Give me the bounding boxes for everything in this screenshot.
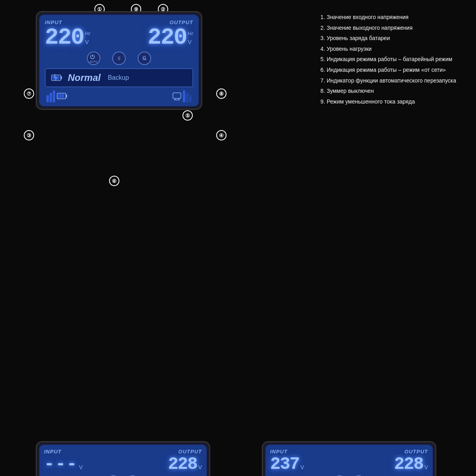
mains-input-label: INPUT bbox=[270, 449, 288, 455]
legend-item-1: 1. Значение входного напряжения bbox=[321, 12, 456, 23]
mains-output-value: 228 bbox=[394, 455, 423, 473]
load-bar-2 bbox=[186, 93, 188, 102]
load-level-group bbox=[173, 90, 192, 102]
indicator-row: + bbox=[45, 90, 193, 102]
anno-4: ④ bbox=[216, 130, 226, 140]
legend-item-9: 9. Режим уменьшенного тока заряда bbox=[321, 96, 456, 107]
status-bar: Normal Backup bbox=[45, 68, 193, 87]
input-value: 220 bbox=[45, 26, 84, 49]
input-digit-group: 220 Hz V bbox=[45, 26, 90, 49]
battery-output-value: 228 bbox=[168, 455, 197, 473]
output-value: 220 bbox=[148, 26, 186, 49]
anno-3: ③ bbox=[24, 130, 34, 140]
output-v: V bbox=[188, 39, 192, 45]
battery-output-label: OUTPUT bbox=[178, 449, 202, 455]
load-bar-1 bbox=[183, 90, 185, 102]
output-digit-group: 220 Hz V bbox=[148, 26, 193, 49]
svg-rect-11 bbox=[66, 94, 67, 98]
anno-7: ⑦ bbox=[24, 88, 34, 99]
mains-input-value: 237 bbox=[270, 455, 299, 473]
battery-output-v: V bbox=[198, 464, 202, 470]
mains-panel-wrapper: INPUT OUTPUT 237 V 228 V bbox=[262, 441, 440, 454]
battery-io-row: INPUT OUTPUT bbox=[44, 449, 202, 455]
battery-level-icon: + bbox=[57, 92, 68, 101]
legend-item-3: 3. Уровень заряда батареи bbox=[321, 33, 456, 44]
bell-svg bbox=[142, 56, 147, 61]
battery-panel: INPUT OUTPUT --- V 228 V bbox=[36, 441, 210, 476]
mains-output-label: OUTPUT bbox=[405, 449, 428, 455]
mains-panel: INPUT OUTPUT 237 V 228 V bbox=[262, 441, 436, 476]
anno-5: ⑤ bbox=[182, 110, 193, 121]
main-ups-panel: INPUT OUTPUT 220 Hz V 220 Hz V bbox=[36, 11, 202, 110]
legend-item-8: 8. Зуммер выключен bbox=[321, 86, 456, 96]
input-hz: Hz bbox=[85, 31, 90, 36]
output-hz: Hz bbox=[188, 31, 193, 36]
auto-icon: AUTO bbox=[87, 52, 100, 65]
battery-input-label: INPUT bbox=[44, 449, 61, 455]
mains-ups-inner: INPUT OUTPUT 237 V 228 V bbox=[265, 445, 433, 476]
main-ups-inner: INPUT OUTPUT 220 Hz V 220 Hz V bbox=[39, 15, 199, 106]
bell-icon bbox=[138, 52, 151, 65]
svg-line-2 bbox=[145, 56, 145, 56]
wave-bar-2 bbox=[50, 93, 52, 102]
legend-item-4: 4. Уровень нагрузки bbox=[321, 44, 456, 54]
mains-input-v: V bbox=[300, 464, 304, 470]
s-icon: S bbox=[112, 52, 126, 65]
svg-rect-5 bbox=[61, 76, 62, 79]
battery-status-icon bbox=[51, 74, 62, 82]
auto-label: AUTO bbox=[90, 60, 97, 63]
input-v: V bbox=[85, 39, 88, 45]
monitor-icon bbox=[173, 92, 181, 101]
svg-line-1 bbox=[144, 56, 144, 56]
battery-panel-wrapper: INPUT OUTPUT --- V 228 V bbox=[36, 441, 214, 454]
svg-text:+: + bbox=[58, 98, 59, 100]
battery-level-group: + bbox=[46, 90, 68, 102]
battery-output-group: 228 V bbox=[168, 455, 202, 473]
battery-digits-row: --- V 228 V bbox=[44, 455, 202, 473]
status-normal-text: Normal bbox=[68, 72, 101, 83]
anno-8: ⑧ bbox=[216, 88, 226, 99]
s-label: S bbox=[117, 56, 120, 61]
mains-io-row: INPUT OUTPUT bbox=[270, 449, 428, 455]
legend-item-7: 7. Индикатор функции автоматического пер… bbox=[321, 75, 456, 86]
battery-input-value: --- bbox=[44, 455, 78, 473]
legend-item-2: 2. Значение выходного напряжения bbox=[321, 23, 456, 33]
anno-6: ⑥ bbox=[109, 176, 119, 186]
wave-bar-3 bbox=[53, 90, 55, 102]
mains-output-v: V bbox=[424, 464, 428, 470]
legend-item-6: 6. Индикация режима работы – режим «от с… bbox=[321, 65, 456, 75]
battery-ups-inner: INPUT OUTPUT --- V 228 V bbox=[39, 445, 207, 476]
wave-bar-1 bbox=[46, 95, 49, 102]
load-wave bbox=[183, 90, 192, 102]
legend-block: 1. Значение входного напряжения 2. Значе… bbox=[321, 12, 456, 107]
power-icon bbox=[90, 54, 95, 60]
mains-input-group: 237 V bbox=[270, 455, 304, 473]
digits-row: 220 Hz V 220 Hz V bbox=[45, 26, 193, 49]
battery-wave bbox=[46, 90, 55, 102]
battery-input-v: V bbox=[79, 464, 83, 470]
mains-output-group: 228 V bbox=[394, 455, 428, 473]
legend-item-5: 5. Индикация режима работы – батарейный … bbox=[321, 54, 456, 65]
battery-input-group: --- V bbox=[44, 455, 83, 473]
status-backup-suffix: Backup bbox=[108, 74, 129, 81]
svg-rect-14 bbox=[173, 93, 181, 98]
icon-row: AUTO S bbox=[45, 52, 193, 65]
mains-digits-row: 237 V 228 V bbox=[270, 455, 428, 473]
load-bar-3 bbox=[189, 95, 192, 102]
